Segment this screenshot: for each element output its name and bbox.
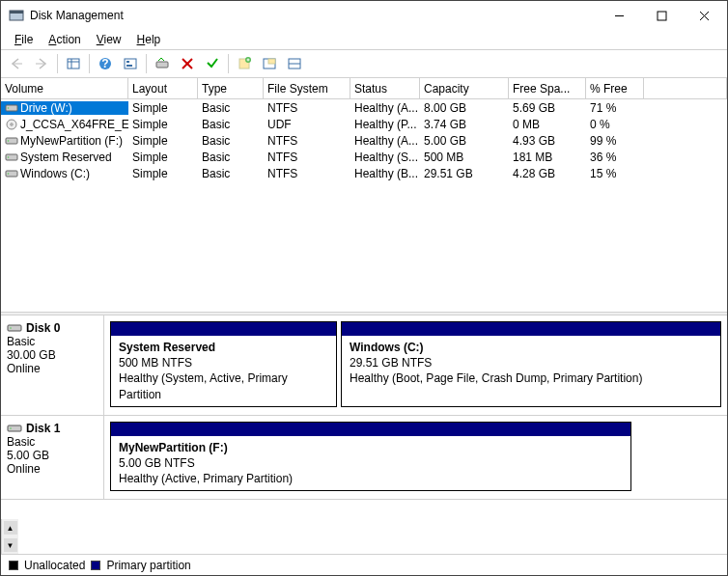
volume-fs: NTFS: [264, 151, 350, 164]
svg-rect-37: [8, 425, 21, 431]
col-filesystem[interactable]: File System: [264, 78, 350, 98]
volume-capacity: 5.00 GB: [420, 134, 509, 148]
show-hide-button[interactable]: [62, 52, 85, 75]
settings-button[interactable]: [119, 52, 142, 75]
col-percent-free[interactable]: % Free: [586, 78, 644, 98]
col-status[interactable]: Status: [350, 78, 420, 98]
col-volume[interactable]: Volume: [1, 78, 128, 98]
scroll-up-button[interactable]: ▲: [4, 521, 17, 535]
close-button[interactable]: [683, 2, 725, 29]
menu-help[interactable]: Help: [129, 31, 169, 48]
rescan-button[interactable]: [151, 52, 174, 75]
volume-status: Healthy (B...: [350, 167, 420, 180]
volume-name: Drive (W:): [20, 101, 72, 115]
help-button[interactable]: ?: [94, 52, 117, 75]
disk-row: Disk 1Basic5.00 GBOnlineMyNewPartition (…: [1, 416, 727, 501]
menu-view[interactable]: View: [89, 31, 129, 48]
toolbar: ?: [1, 49, 727, 78]
partition-label: MyNewPartition (F:): [119, 440, 623, 455]
partition-label: System Reserved: [119, 340, 328, 355]
disk-scrollbar[interactable]: ▲ ▼: [1, 519, 18, 554]
legend-primary: Primary partition: [106, 559, 190, 572]
svg-text:?: ?: [101, 57, 108, 70]
svg-rect-13: [126, 65, 132, 67]
partition-health: Healthy (System, Active, Primary Partiti…: [119, 370, 328, 401]
volume-table-body: Drive (W:)SimpleBasicNTFSHealthy (A...8.…: [1, 99, 727, 312]
disk-partitions: System Reserved500 MB NTFSHealthy (Syste…: [104, 315, 727, 415]
volume-type: Basic: [198, 134, 264, 148]
col-free-space[interactable]: Free Spa...: [509, 78, 586, 98]
col-type[interactable]: Type: [198, 78, 264, 98]
volume-free: 0 MB: [509, 118, 586, 131]
disk-name: Disk 0: [26, 321, 60, 335]
menu-action[interactable]: Action: [41, 31, 88, 48]
volume-type: Basic: [198, 101, 264, 115]
volume-status: Healthy (S...: [350, 151, 420, 164]
volume-row[interactable]: MyNewPartition (F:)SimpleBasicNTFSHealth…: [1, 132, 727, 149]
partition-header: [342, 322, 720, 336]
volume-free: 5.69 GB: [509, 101, 586, 115]
forward-button[interactable]: [30, 52, 53, 75]
col-capacity[interactable]: Capacity: [420, 78, 509, 98]
partition-health: Healthy (Active, Primary Partition): [119, 471, 623, 486]
disk-size: 30.00 GB: [7, 348, 98, 362]
volume-capacity: 500 MB: [420, 151, 509, 164]
title-bar: Disk Management: [1, 1, 727, 30]
scroll-down-button[interactable]: ▼: [4, 538, 17, 552]
app-icon: [9, 8, 24, 23]
volume-free: 4.28 GB: [509, 167, 586, 180]
back-button[interactable]: [5, 52, 28, 75]
delete-button[interactable]: [176, 52, 199, 75]
volume-row[interactable]: J_CCSA_X64FRE_E...SimpleBasicUDFHealthy …: [1, 116, 727, 132]
volume-layout: Simple: [128, 167, 198, 180]
col-layout[interactable]: Layout: [128, 78, 198, 98]
properties-button[interactable]: [201, 52, 224, 75]
mount-button[interactable]: [258, 52, 281, 75]
disk-partitions: MyNewPartition (F:)5.00 GB NTFSHealthy (…: [104, 416, 727, 500]
disk-info[interactable]: Disk 1Basic5.00 GBOnline: [1, 416, 104, 500]
disk-type: Basic: [7, 335, 98, 348]
volume-capacity: 29.51 GB: [420, 167, 509, 180]
volume-pct: 36 %: [586, 151, 644, 164]
volume-row[interactable]: System ReservedSimpleBasicNTFSHealthy (S…: [1, 149, 727, 165]
partition-health: Healthy (Boot, Page File, Crash Dump, Pr…: [350, 370, 713, 386]
partition-label: Windows (C:): [350, 340, 713, 355]
partition[interactable]: Windows (C:)29.51 GB NTFSHealthy (Boot, …: [341, 321, 721, 407]
volume-fs: NTFS: [264, 167, 350, 180]
svg-rect-6: [68, 59, 79, 69]
menu-file[interactable]: File: [7, 31, 41, 48]
volume-name: J_CCSA_X64FRE_E...: [20, 118, 128, 131]
menu-bar: File Action View Help: [1, 30, 727, 49]
disk-info[interactable]: Disk 0Basic30.00 GBOnline: [1, 315, 104, 415]
col-spacer: [644, 78, 727, 98]
disk-state: Online: [7, 362, 98, 375]
volume-row[interactable]: Drive (W:)SimpleBasicNTFSHealthy (A...8.…: [1, 99, 727, 116]
volume-layout: Simple: [128, 101, 198, 115]
volume-fs: NTFS: [264, 134, 350, 148]
volume-type: Basic: [198, 151, 264, 164]
volume-capacity: 3.74 GB: [420, 118, 509, 131]
maximize-button[interactable]: [640, 2, 683, 29]
partition[interactable]: MyNewPartition (F:)5.00 GB NTFSHealthy (…: [110, 422, 631, 492]
eject-button[interactable]: [283, 52, 306, 75]
svg-point-34: [8, 173, 10, 175]
partition-detail: 5.00 GB NTFS: [119, 455, 623, 471]
minimize-button[interactable]: [598, 2, 640, 29]
partition[interactable]: System Reserved500 MB NTFSHealthy (Syste…: [110, 321, 337, 407]
partition-detail: 29.51 GB NTFS: [350, 355, 713, 370]
volume-fs: UDF: [264, 118, 350, 131]
svg-point-28: [11, 123, 13, 124]
svg-point-38: [10, 427, 12, 429]
volume-free: 181 MB: [509, 151, 586, 164]
volume-pct: 99 %: [586, 134, 644, 148]
volume-name: MyNewPartition (F:): [20, 134, 123, 148]
volume-row[interactable]: Windows (C:)SimpleBasicNTFSHealthy (B...…: [1, 165, 727, 181]
new-volume-button[interactable]: [233, 52, 256, 75]
disk-row: Disk 0Basic30.00 GBOnlineSystem Reserved…: [1, 315, 727, 416]
svg-rect-1: [10, 11, 23, 14]
volume-pct: 71 %: [586, 101, 644, 115]
disk-size: 5.00 GB: [7, 449, 98, 462]
swatch-unallocated: [9, 561, 18, 570]
svg-rect-11: [125, 59, 136, 69]
volume-type: Basic: [198, 167, 264, 180]
